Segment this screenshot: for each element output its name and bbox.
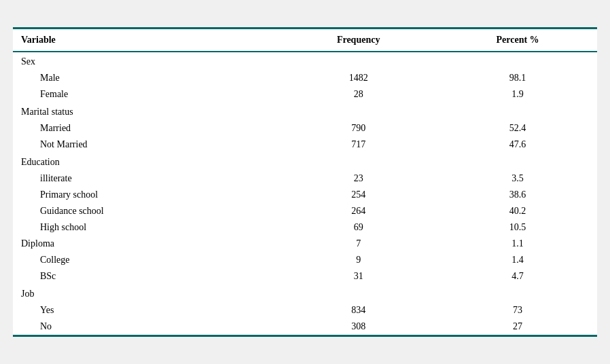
cell-percent: [438, 153, 597, 170]
table-row: Marital status: [13, 103, 597, 120]
table-row: Education: [13, 153, 597, 170]
table-row: Yes83473: [13, 302, 597, 318]
cell-percent: [438, 52, 597, 70]
cell-frequency: [279, 153, 438, 170]
cell-variable: illiterate: [13, 170, 279, 187]
table-row: Guidance school26440.2: [13, 203, 597, 219]
table-row: Diploma71.1: [13, 236, 597, 252]
cell-frequency: [279, 52, 438, 70]
table-row: Sex: [13, 52, 597, 70]
table-header-row: Variable Frequency Percent %: [13, 29, 597, 52]
cell-variable: Marital status: [13, 103, 279, 120]
cell-frequency: 23: [279, 170, 438, 187]
cell-percent: [438, 103, 597, 120]
cell-percent: 1.1: [438, 236, 597, 252]
cell-frequency: 7: [279, 236, 438, 252]
cell-variable: Yes: [13, 302, 279, 318]
cell-variable: Guidance school: [13, 203, 279, 219]
cell-variable: Diploma: [13, 236, 279, 252]
cell-frequency: 28: [279, 86, 438, 103]
cell-percent: 52.4: [438, 120, 597, 136]
cell-frequency: 834: [279, 302, 438, 318]
table-row: Not Married71747.6: [13, 136, 597, 153]
cell-frequency: [279, 103, 438, 120]
cell-variable: Job: [13, 285, 279, 302]
cell-percent: 1.4: [438, 252, 597, 268]
cell-variable: Married: [13, 120, 279, 136]
table-row: Female281.9: [13, 86, 597, 103]
cell-percent: 98.1: [438, 70, 597, 86]
cell-frequency: 1482: [279, 70, 438, 86]
cell-frequency: [279, 285, 438, 302]
cell-percent: 73: [438, 302, 597, 318]
cell-frequency: 308: [279, 318, 438, 335]
cell-variable: College: [13, 252, 279, 268]
table-row: Job: [13, 285, 597, 302]
table-row: BSc314.7: [13, 268, 597, 285]
table-row: College91.4: [13, 252, 597, 268]
cell-variable: Male: [13, 70, 279, 86]
table-row: Male148298.1: [13, 70, 597, 86]
cell-percent: 4.7: [438, 268, 597, 285]
cell-frequency: 790: [279, 120, 438, 136]
cell-frequency: 254: [279, 187, 438, 203]
table-row: Married79052.4: [13, 120, 597, 136]
cell-frequency: 9: [279, 252, 438, 268]
cell-percent: 27: [438, 318, 597, 335]
cell-frequency: 264: [279, 203, 438, 219]
cell-variable: BSc: [13, 268, 279, 285]
cell-percent: [438, 285, 597, 302]
cell-variable: Female: [13, 86, 279, 103]
cell-variable: No: [13, 318, 279, 335]
cell-percent: 47.6: [438, 136, 597, 153]
cell-variable: Education: [13, 153, 279, 170]
cell-percent: 10.5: [438, 219, 597, 236]
cell-frequency: 31: [279, 268, 438, 285]
table-row: illiterate233.5: [13, 170, 597, 187]
table-row: Primary school25438.6: [13, 187, 597, 203]
cell-variable: Primary school: [13, 187, 279, 203]
header-frequency: Frequency: [279, 29, 438, 52]
cell-percent: 3.5: [438, 170, 597, 187]
header-variable: Variable: [13, 29, 279, 52]
cell-percent: 38.6: [438, 187, 597, 203]
table-container: Variable Frequency Percent % SexMale1482…: [13, 27, 597, 337]
cell-frequency: 717: [279, 136, 438, 153]
cell-percent: 40.2: [438, 203, 597, 219]
cell-variable: Sex: [13, 52, 279, 70]
table-row: No30827: [13, 318, 597, 335]
cell-frequency: 69: [279, 219, 438, 236]
cell-variable: Not Married: [13, 136, 279, 153]
header-percent: Percent %: [438, 29, 597, 52]
cell-percent: 1.9: [438, 86, 597, 103]
cell-variable: High school: [13, 219, 279, 236]
table-row: High school6910.5: [13, 219, 597, 236]
statistics-table: Variable Frequency Percent % SexMale1482…: [13, 29, 597, 335]
